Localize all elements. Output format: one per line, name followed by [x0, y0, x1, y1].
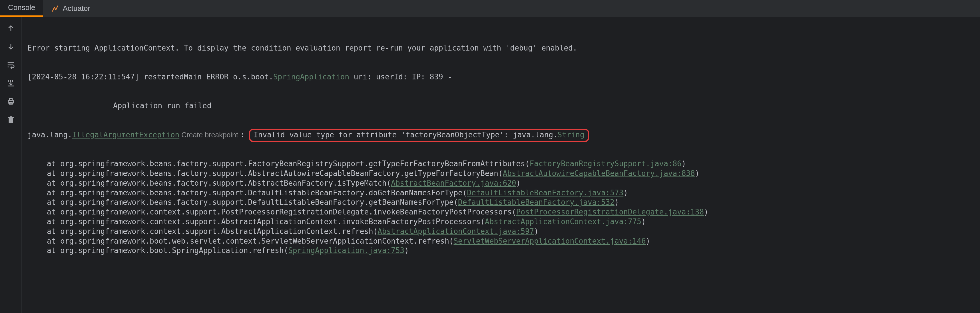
console-gutter	[0, 17, 22, 313]
console-body: Error starting ApplicationContext. To di…	[0, 17, 980, 313]
stack-frame-method: at org.springframework.context.support.P…	[47, 208, 516, 216]
exception-class-link[interactable]: IllegalArgumentException	[72, 130, 180, 139]
tool-tabs: Console Actuator	[0, 0, 980, 17]
stack-frame-method: at org.springframework.beans.factory.sup…	[47, 169, 503, 178]
stack-frame: at org.springframework.beans.factory.sup…	[27, 169, 708, 178]
scroll-to-end-icon[interactable]	[6, 79, 15, 87]
stack-frame-method: at org.springframework.boot.web.servlet.…	[47, 237, 453, 245]
stack-frame: at org.springframework.beans.factory.sup…	[27, 198, 708, 207]
stack-frame-method: at org.springframework.context.support.A…	[47, 227, 377, 236]
stack-frame: at org.springframework.beans.factory.sup…	[27, 188, 708, 198]
stack-frame: at org.springframework.context.support.P…	[27, 207, 708, 217]
stack-frame: at org.springframework.context.support.A…	[27, 227, 708, 237]
stack-frame-method: at org.springframework.context.support.A…	[47, 217, 485, 226]
soft-wrap-icon[interactable]	[6, 60, 15, 69]
error-highlight: Invalid value type for attribute 'factor…	[249, 129, 589, 142]
source-link[interactable]: DefaultListableBeanFactory.java:532	[458, 198, 614, 207]
stack-frame-method: at org.springframework.beans.factory.sup…	[47, 159, 530, 168]
tab-console[interactable]: Console	[0, 0, 43, 17]
arrow-down-icon[interactable]	[6, 42, 15, 51]
stack-frame: at org.springframework.beans.factory.sup…	[27, 178, 708, 188]
stack-frame-method: at org.springframework.boot.SpringApplic…	[47, 246, 288, 255]
svg-rect-5	[10, 116, 12, 117]
trash-icon[interactable]	[6, 115, 15, 124]
stack-frame: at org.springframework.context.support.A…	[27, 217, 708, 227]
source-link[interactable]: SpringApplication.java:753	[288, 246, 404, 255]
source-link[interactable]: AbstractBeanFactory.java:620	[391, 179, 516, 187]
console-output[interactable]: Error starting ApplicationContext. To di…	[22, 17, 714, 313]
stack-frame-method: at org.springframework.beans.factory.sup…	[47, 189, 467, 197]
source-link[interactable]: AbstractApplicationContext.java:775	[485, 217, 641, 226]
stack-frame: at org.springframework.boot.web.servlet.…	[27, 237, 708, 246]
stack-frame-method: at org.springframework.beans.factory.sup…	[47, 198, 458, 207]
source-link[interactable]: AbstractAutowireCapableBeanFactory.java:…	[503, 169, 695, 178]
svg-rect-3	[9, 118, 13, 123]
source-link[interactable]: FactoryBeanRegistrySupport.java:86	[530, 159, 682, 168]
stack-frame: at org.springframework.boot.SpringApplic…	[27, 246, 708, 256]
log-line: Application run failed	[27, 101, 708, 111]
svg-rect-4	[8, 117, 14, 118]
source-link[interactable]: ServletWebServerApplicationContext.java:…	[453, 237, 646, 245]
source-link[interactable]: AbstractApplicationContext.java:597	[377, 227, 534, 236]
tab-actuator[interactable]: Actuator	[43, 0, 98, 17]
tab-console-label: Console	[8, 3, 35, 13]
stack-frame: at org.springframework.beans.factory.sup…	[27, 159, 708, 169]
source-link[interactable]: PostProcessorRegistrationDelegate.java:1…	[516, 208, 704, 216]
log-line: Error starting ApplicationContext. To di…	[27, 43, 708, 53]
print-icon[interactable]	[6, 97, 15, 106]
create-breakpoint[interactable]: Create breakpoint	[179, 131, 240, 139]
log-line: [2024-05-28 16:22:11:547] restartedMain …	[27, 72, 708, 82]
actuator-icon	[51, 5, 59, 13]
arrow-up-icon[interactable]	[6, 24, 15, 33]
exception-line: java.lang.IllegalArgumentException Creat…	[27, 130, 708, 140]
tab-actuator-label: Actuator	[62, 4, 90, 13]
source-link[interactable]: DefaultListableBeanFactory.java:573	[467, 189, 624, 197]
svg-rect-1	[10, 99, 12, 100]
stack-frame-method: at org.springframework.beans.factory.sup…	[47, 179, 391, 187]
